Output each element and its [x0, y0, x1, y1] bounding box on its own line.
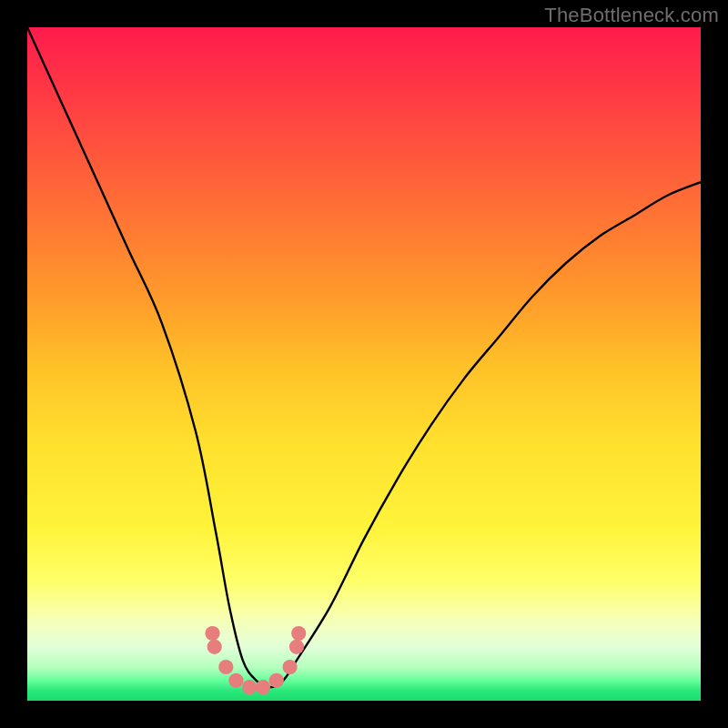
bottleneck-curve-svg: [27, 27, 701, 701]
curve-marker: [228, 673, 243, 688]
curve-marker: [205, 626, 219, 641]
chart-plot-area: [27, 27, 701, 701]
chart-frame: TheBottleneck.com: [0, 0, 728, 728]
bottleneck-curve-path: [27, 27, 701, 687]
curve-marker: [256, 680, 270, 694]
curve-markers: [205, 626, 306, 694]
curve-marker: [283, 660, 298, 674]
curve-marker: [242, 680, 257, 694]
curve-marker: [269, 673, 284, 688]
curve-marker: [218, 660, 233, 674]
curve-marker: [291, 626, 306, 641]
watermark-label: TheBottleneck.com: [544, 4, 719, 27]
curve-marker: [289, 640, 304, 654]
curve-marker: [207, 640, 222, 654]
